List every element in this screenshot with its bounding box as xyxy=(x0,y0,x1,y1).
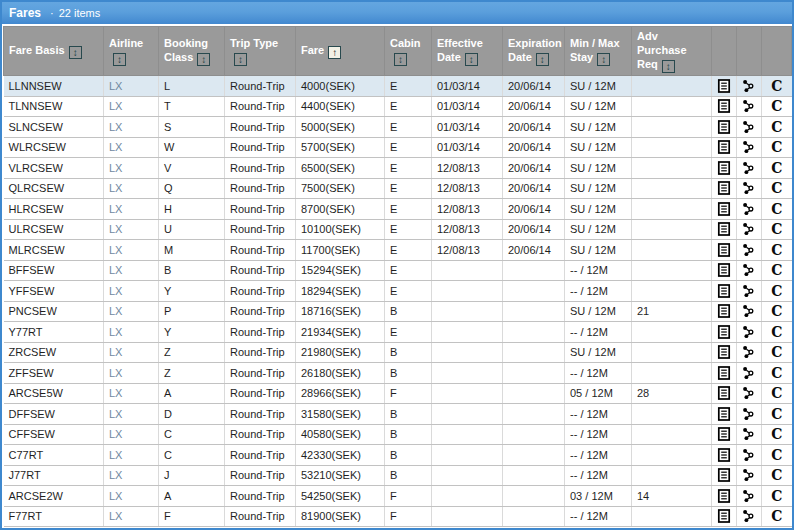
table-row[interactable]: DFFSEWLXDRound-Trip31580(SEK)B-- / 12MC xyxy=(4,404,792,425)
routing-button[interactable] xyxy=(741,78,758,94)
column-header-expiration-date[interactable]: Expiration Date↕ xyxy=(503,27,565,76)
fare-rules-button[interactable] xyxy=(716,119,733,135)
table-row[interactable]: BFFSEWLXBRound-Trip15294(SEK)E-- / 12MC xyxy=(4,260,792,281)
currency-button[interactable]: C xyxy=(768,180,785,196)
fare-rules-button[interactable] xyxy=(716,242,733,258)
routing-button[interactable] xyxy=(741,180,758,196)
column-header-adv-purchase-req[interactable]: Adv Purchase Req↕ xyxy=(632,27,712,76)
routing-button[interactable] xyxy=(741,488,758,504)
routing-button[interactable] xyxy=(741,385,758,401)
routing-button[interactable] xyxy=(741,324,758,340)
routing-button[interactable] xyxy=(741,201,758,217)
routing-button[interactable] xyxy=(741,262,758,278)
currency-button[interactable]: C xyxy=(768,467,785,483)
table-row[interactable]: ZRCSEWLXZRound-Trip21980(SEK)BSU / 12MC xyxy=(4,342,792,363)
column-header-fare[interactable]: Fare↑ xyxy=(296,27,385,76)
fare-rules-button[interactable] xyxy=(716,283,733,299)
table-row[interactable]: ULRCSEWLXURound-Trip10100(SEK)E12/08/132… xyxy=(4,219,792,240)
table-row[interactable]: ZFFSEWLXZRound-Trip26180(SEK)B-- / 12MC xyxy=(4,363,792,384)
currency-button[interactable]: C xyxy=(768,119,785,135)
routing-button[interactable] xyxy=(741,303,758,319)
currency-button[interactable]: C xyxy=(768,508,785,524)
table-row[interactable]: Y77RTLXYRound-Trip21934(SEK)E-- / 12MC xyxy=(4,322,792,343)
routing-button[interactable] xyxy=(741,426,758,442)
sort-icon[interactable]: ↕ xyxy=(234,53,247,66)
table-row[interactable]: PNCSEWLXPRound-Trip18716(SEK)BSU / 12M21… xyxy=(4,301,792,322)
table-row[interactable]: LLNNSEWLXLRound-Trip4000(SEK)E01/03/1420… xyxy=(4,76,792,97)
currency-button[interactable]: C xyxy=(768,201,785,217)
table-row[interactable]: J77RTLXJRound-Trip53210(SEK)B-- / 12MC xyxy=(4,465,792,486)
currency-button[interactable]: C xyxy=(768,385,785,401)
table-row[interactable]: YFFSEWLXYRound-Trip18294(SEK)E-- / 12MC xyxy=(4,281,792,302)
currency-button[interactable]: C xyxy=(768,365,785,381)
table-row[interactable]: HLRCSEWLXHRound-Trip8700(SEK)E12/08/1320… xyxy=(4,199,792,220)
column-header-booking-class[interactable]: Booking Class↕ xyxy=(159,27,225,76)
fare-rules-button[interactable] xyxy=(716,303,733,319)
routing-button[interactable] xyxy=(741,447,758,463)
column-header-fare-basis[interactable]: Fare Basis↕ xyxy=(4,27,104,76)
currency-button[interactable]: C xyxy=(768,139,785,155)
fare-rules-button[interactable] xyxy=(716,98,733,114)
table-row[interactable]: SLNCSEWLXSRound-Trip5000(SEK)E01/03/1420… xyxy=(4,117,792,138)
currency-button[interactable]: C xyxy=(768,406,785,422)
currency-button[interactable]: C xyxy=(768,324,785,340)
table-row[interactable]: MLRCSEWLXMRound-Trip11700(SEK)E12/08/132… xyxy=(4,240,792,261)
currency-button[interactable]: C xyxy=(768,488,785,504)
routing-button[interactable] xyxy=(741,508,758,524)
fare-rules-button[interactable] xyxy=(716,180,733,196)
routing-button[interactable] xyxy=(741,139,758,155)
routing-button[interactable] xyxy=(741,221,758,237)
fare-rules-button[interactable] xyxy=(716,139,733,155)
currency-button[interactable]: C xyxy=(768,160,785,176)
fare-rules-button[interactable] xyxy=(716,262,733,278)
sort-icon[interactable]: ↕ xyxy=(597,53,610,66)
table-row[interactable]: TLNNSEWLXTRound-Trip4400(SEK)E01/03/1420… xyxy=(4,96,792,117)
fare-rules-button[interactable] xyxy=(716,78,733,94)
routing-button[interactable] xyxy=(741,406,758,422)
table-row[interactable]: WLRCSEWLXWRound-Trip5700(SEK)E01/03/1420… xyxy=(4,137,792,158)
fare-rules-button[interactable] xyxy=(716,201,733,217)
table-row[interactable]: C77RTLXCRound-Trip42330(SEK)B-- / 12MC xyxy=(4,445,792,466)
sort-icon[interactable]: ↕ xyxy=(113,53,126,66)
sort-ascending-icon[interactable]: ↑ xyxy=(328,46,341,59)
sort-icon[interactable]: ↕ xyxy=(662,60,675,73)
sort-icon[interactable]: ↕ xyxy=(69,46,82,59)
table-row[interactable]: ARCSE5WLXARound-Trip28966(SEK)F05 / 12M2… xyxy=(4,383,792,404)
currency-button[interactable]: C xyxy=(768,78,785,94)
routing-button[interactable] xyxy=(741,98,758,114)
routing-button[interactable] xyxy=(741,344,758,360)
sort-icon[interactable]: ↕ xyxy=(197,53,210,66)
table-row[interactable]: VLRCSEWLXVRound-Trip6500(SEK)E12/08/1320… xyxy=(4,158,792,179)
fare-rules-button[interactable] xyxy=(716,365,733,381)
table-row[interactable]: CFFSEWLXCRound-Trip40580(SEK)B-- / 12MC xyxy=(4,424,792,445)
fare-rules-button[interactable] xyxy=(716,344,733,360)
fare-rules-button[interactable] xyxy=(716,508,733,524)
fare-rules-button[interactable] xyxy=(716,426,733,442)
currency-button[interactable]: C xyxy=(768,98,785,114)
routing-button[interactable] xyxy=(741,365,758,381)
fare-rules-button[interactable] xyxy=(716,488,733,504)
column-header-trip-type[interactable]: Trip Type↕ xyxy=(225,27,296,76)
table-row[interactable]: ARCSE2WLXARound-Trip54250(SEK)F03 / 12M1… xyxy=(4,486,792,507)
currency-button[interactable]: C xyxy=(768,262,785,278)
sort-icon[interactable]: ↕ xyxy=(465,53,478,66)
fare-rules-button[interactable] xyxy=(716,467,733,483)
table-row[interactable]: QLRCSEWLXQRound-Trip7500(SEK)E12/08/1320… xyxy=(4,178,792,199)
routing-button[interactable] xyxy=(741,119,758,135)
currency-button[interactable]: C xyxy=(768,426,785,442)
currency-button[interactable]: C xyxy=(768,344,785,360)
currency-button[interactable]: C xyxy=(768,221,785,237)
sort-icon[interactable]: ↕ xyxy=(394,53,407,66)
column-header-effective-date[interactable]: Effective Date↕ xyxy=(432,27,503,76)
sort-icon[interactable]: ↕ xyxy=(536,53,549,66)
column-header-min-max-stay[interactable]: Min / Max Stay↕ xyxy=(565,27,632,76)
currency-button[interactable]: C xyxy=(768,242,785,258)
routing-button[interactable] xyxy=(741,160,758,176)
fare-rules-button[interactable] xyxy=(716,406,733,422)
routing-button[interactable] xyxy=(741,283,758,299)
fare-rules-button[interactable] xyxy=(716,385,733,401)
column-header-cabin[interactable]: Cabin↕ xyxy=(385,27,432,76)
fare-rules-button[interactable] xyxy=(716,324,733,340)
fare-rules-button[interactable] xyxy=(716,447,733,463)
table-row[interactable]: F77RTLXFRound-Trip81900(SEK)F-- / 12MC xyxy=(4,506,792,527)
